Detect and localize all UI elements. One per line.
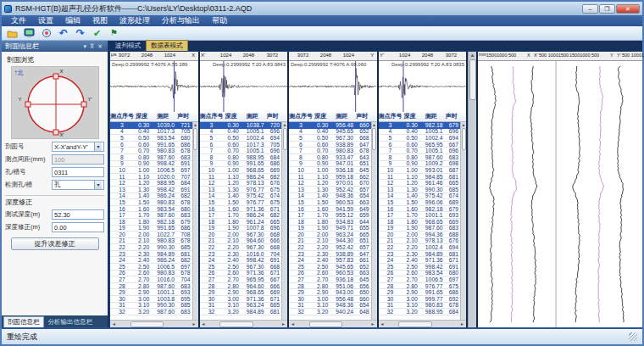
cell: 1.00 — [223, 167, 240, 173]
scroll-left-icon[interactable]: ◄ — [380, 321, 386, 326]
column-header-测距[interactable]: 测距 — [419, 112, 445, 121]
table-vscrollbar[interactable]: ▲ — [281, 122, 287, 320]
scroll-right-icon[interactable]: ► — [459, 321, 465, 326]
column-header-测距[interactable]: 测距 — [151, 112, 176, 121]
input-孔/槽号[interactable]: 0311 — [52, 167, 104, 177]
wave-plot[interactable]: Deep:0.2999992 T:4076 A:68.060 — [289, 61, 377, 112]
mode-tab-数据表模式[interactable]: 数据表模式 — [146, 40, 188, 51]
column-header-声时[interactable]: 声时 — [445, 112, 460, 121]
input-测试深度(m)[interactable]: 52.30 — [52, 209, 104, 220]
panel-tab-分析输出信息栏[interactable]: 分析输出信息栏 — [45, 317, 97, 327]
flag-icon[interactable]: ⚑ — [108, 27, 120, 39]
pin-icon[interactable]: ⊼ — [88, 43, 96, 50]
menu-item-视图[interactable]: 视图 — [86, 15, 114, 26]
input-深度修正(m)[interactable]: 0.00 — [52, 222, 104, 232]
scroll-left-icon[interactable]: ◄ — [201, 321, 207, 326]
close-icon[interactable]: ✕ — [96, 43, 104, 50]
redo-icon[interactable]: ↷ — [74, 27, 86, 39]
wave-plot[interactable]: Deep:0.2999992 T:20 A:83.9843 — [200, 61, 288, 112]
table-vscrollbar-thumb[interactable] — [462, 128, 466, 150]
column-header-深度[interactable]: 深度 — [134, 112, 151, 121]
menu-item-设置[interactable]: 设置 — [32, 15, 59, 26]
cell: 682 — [266, 212, 281, 218]
dropdown-icon[interactable]: ▾ — [81, 43, 88, 50]
scroll-right-icon[interactable]: ► — [192, 321, 197, 326]
table-hscrollbar-thumb[interactable] — [130, 321, 164, 327]
menu-item-文件[interactable]: 文件 — [5, 15, 32, 26]
column-header-测点序号[interactable]: 测点序号 — [379, 112, 402, 121]
open-folder-icon[interactable] — [6, 27, 19, 39]
cell: 31 — [200, 302, 224, 308]
select-剖面号[interactable]: X-X'andY-Y'▾ — [52, 142, 104, 152]
table-hscrollbar-thumb[interactable] — [219, 321, 253, 327]
cell: 4 — [289, 128, 313, 134]
minimize-button[interactable]: – — [582, 4, 598, 14]
table-vscrollbar-thumb[interactable] — [283, 128, 287, 150]
column-header-声时[interactable]: 声时 — [176, 112, 192, 121]
table-hscrollbar[interactable]: ◄► — [110, 320, 198, 327]
chevron-down-icon[interactable]: ▾ — [94, 142, 102, 151]
scroll-left-icon[interactable]: ◄ — [290, 321, 296, 326]
cell: 659 — [355, 212, 370, 218]
table-vscrollbar-thumb[interactable] — [193, 128, 197, 150]
wave-panel-1[interactable]: X'102420483072Deep:0.2999992 T:20 A:83.9… — [200, 52, 290, 112]
maximize-button[interactable]: ❐ — [599, 4, 615, 14]
wave-plot[interactable]: Deep:0.2999992 T:4076 A:55.389 — [110, 61, 198, 112]
vertical-scrollbar[interactable]: ▲ — [468, 52, 476, 327]
resize-grip[interactable] — [629, 332, 637, 341]
column-header-测距[interactable]: 测距 — [330, 112, 355, 121]
table-row[interactable]: 323.20988.95684 — [379, 309, 461, 315]
scroll-up-icon[interactable]: ▲ — [283, 122, 287, 127]
table-row[interactable]: 323.20940.24648 — [289, 309, 371, 315]
menu-item-编辑[interactable]: 编辑 — [59, 15, 86, 26]
cell: 16 — [200, 206, 224, 212]
table-hscrollbar-thumb[interactable] — [398, 321, 431, 327]
table-row[interactable]: 323.20987.60683 — [110, 309, 192, 315]
table-vscrollbar[interactable]: ▲ — [371, 122, 377, 320]
monitor-icon[interactable] — [23, 27, 36, 39]
select-检测孔/槽[interactable]: 孔▾ — [52, 180, 104, 190]
menu-item-帮助[interactable]: 帮助 — [206, 15, 233, 26]
column-header-声时[interactable]: 声时 — [266, 112, 281, 121]
column-header-声时[interactable]: 声时 — [355, 112, 370, 121]
undo-icon[interactable]: ↶ — [57, 27, 69, 39]
table-hscrollbar[interactable]: ◄► — [379, 320, 467, 327]
mode-tab-波列模式[interactable]: 波列模式 — [111, 41, 145, 51]
lift-error-correction-button[interactable]: 提升误差修正 — [11, 237, 99, 250]
menu-item-分析与输出[interactable]: 分析与输出 — [156, 15, 206, 26]
table-hscrollbar[interactable]: ◄► — [289, 320, 377, 327]
table-vscrollbar[interactable]: ▲ — [192, 122, 198, 320]
scroll-up-icon[interactable]: ▲ — [470, 52, 475, 59]
column-header-深度[interactable]: 深度 — [223, 112, 240, 121]
scroll-right-icon[interactable]: ► — [370, 321, 376, 326]
column-header-深度[interactable]: 深度 — [402, 112, 419, 121]
scroll-right-icon[interactable]: ► — [280, 321, 286, 326]
table-vscrollbar[interactable]: ▲ — [460, 122, 466, 320]
wave-panel-0[interactable]: 307220481024XDeep:0.2999992 T:4076 A:55.… — [110, 52, 200, 112]
column-header-深度[interactable]: 深度 — [313, 112, 330, 121]
wave-panel-2[interactable]: 307220481024YDeep:0.2999992 T:4076 A:68.… — [289, 52, 379, 112]
panel-tab-剖面信息栏[interactable]: 剖面信息栏 — [3, 316, 44, 327]
table-vscrollbar-thumb[interactable] — [372, 128, 376, 150]
column-header-测点序号[interactable]: 测点序号 — [289, 112, 313, 121]
wave-plot[interactable]: Deep:0.2999992 T:20 A:83.0835 — [379, 61, 467, 112]
menu-item-波形处理[interactable]: 波形处理 — [114, 15, 156, 26]
chevron-down-icon[interactable]: ▾ — [94, 181, 102, 189]
field-孔/槽号: 孔/槽号0311 — [5, 167, 104, 177]
vertical-scrollbar-thumb[interactable] — [469, 59, 476, 100]
column-header-测点序号[interactable]: 测点序号 — [200, 112, 224, 121]
table-hscrollbar[interactable]: ◄► — [200, 320, 288, 327]
scroll-up-icon[interactable]: ▲ — [193, 122, 197, 127]
scroll-up-icon[interactable]: ▲ — [462, 122, 466, 127]
table-row[interactable]: 323.20984.89681 — [200, 309, 282, 315]
column-header-测点序号[interactable]: 测点序号 — [110, 112, 134, 121]
close-button[interactable]: ✕ — [616, 4, 640, 14]
cell: 2.60 — [134, 270, 151, 276]
scroll-up-icon[interactable]: ▲ — [372, 122, 376, 127]
table-hscrollbar-thumb[interactable] — [309, 321, 342, 327]
confirm-check-icon[interactable]: ✔ — [91, 27, 103, 39]
column-header-测距[interactable]: 测距 — [241, 112, 266, 121]
capture-icon[interactable] — [40, 27, 53, 39]
scroll-left-icon[interactable]: ◄ — [111, 321, 117, 326]
wave-panel-3[interactable]: Y'102420483072Deep:0.2999992 T:20 A:83.0… — [379, 52, 469, 112]
